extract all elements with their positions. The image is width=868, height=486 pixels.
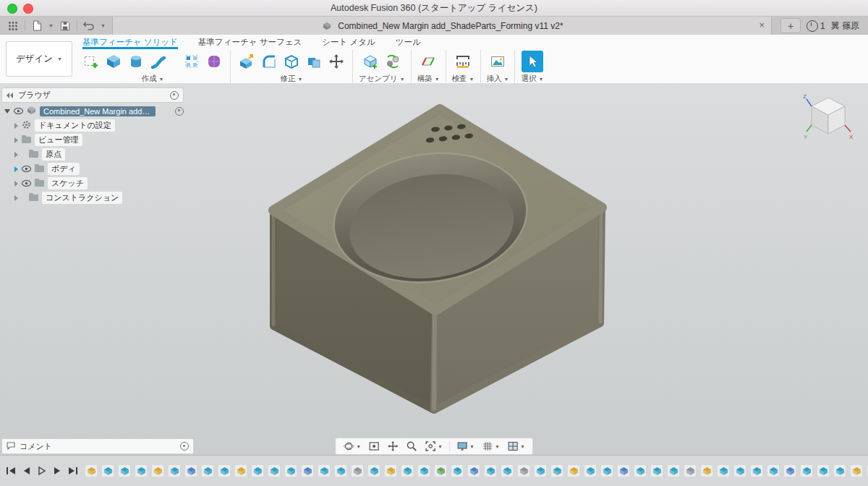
measure-tool[interactable] [453,51,473,72]
tab-close-icon[interactable]: × [759,20,765,31]
tree-item-label[interactable]: スケッチ [48,177,88,189]
timeline-feature-icon[interactable] [352,465,363,477]
timeline-feature-icon[interactable] [119,465,130,477]
comments-options-icon[interactable] [180,442,189,451]
redo-menu-caret-icon[interactable]: ▼ [101,23,106,28]
group-inspect-label[interactable]: 検査▼ [452,74,475,84]
combine-tool[interactable] [304,51,324,72]
tab-sheetmetal[interactable]: シート メタル [322,37,375,49]
insert-canvas-tool[interactable] [488,51,508,72]
timeline-feature-icon[interactable] [701,465,712,477]
step-forward-button[interactable] [53,466,61,475]
timeline-feature-icon[interactable] [169,465,180,477]
timeline-feature-icon[interactable] [568,465,579,477]
timeline-feature-icon[interactable] [718,465,729,477]
tree-item-root[interactable]: Combined_New Margin add_... [1,105,184,117]
activate-component-radio[interactable] [175,107,184,116]
expand-icon[interactable] [14,195,18,201]
group-insert-label[interactable]: 挿入▼ [487,74,509,84]
expand-icon[interactable] [14,137,18,143]
timeline-feature-icon[interactable] [252,465,263,477]
timeline-feature-icon[interactable] [152,465,163,477]
play-button[interactable] [38,466,46,475]
timeline-feature-icon[interactable] [268,465,280,477]
timeline-feature-icon[interactable] [202,465,213,477]
expand-icon[interactable] [14,123,18,129]
tab-solid[interactable]: 基準フィーチャ ソリッド [82,37,178,49]
user-account-button[interactable]: 翼 篠原 [831,20,859,32]
timeline-feature-icon[interactable] [401,465,413,477]
timeline-feature-icon[interactable] [302,465,313,477]
timeline-feature-icon[interactable] [285,465,297,477]
timeline-feature-icon[interactable] [801,465,812,477]
timeline-feature-icon[interactable] [518,465,529,477]
group-select-label[interactable]: 選択▼ [521,74,543,84]
tree-item-origin[interactable]: 原点 [1,148,184,161]
new-component-tool[interactable] [360,51,380,72]
browser-header[interactable]: ブラウザ [1,88,184,103]
app-grid-icon[interactable] [7,20,20,33]
zoom-icon[interactable] [404,438,420,454]
pan-icon[interactable] [385,438,401,454]
sweep-tool[interactable] [148,51,169,72]
timeline-feature-icon[interactable] [834,465,846,477]
step-back-button[interactable] [22,466,31,475]
timeline-feature-icon[interactable] [85,465,97,477]
timeline-feature-icon[interactable] [185,465,197,477]
timeline-feature-icon[interactable] [418,465,430,477]
expand-icon[interactable] [14,152,18,158]
file-menu-icon[interactable] [30,20,43,33]
shell-tool[interactable] [281,51,302,72]
go-to-start-button[interactable] [6,466,16,475]
select-tool[interactable] [522,51,543,72]
timeline-feature-icon[interactable] [668,465,679,477]
document-tab[interactable]: Combined_New Margin add_ShadeParts_Formi… [112,17,772,35]
workspace-switcher-button[interactable]: デザイン ▼ [6,41,72,77]
tree-item-label[interactable]: ボディ [48,163,80,175]
group-assemble-label[interactable]: アセンブリ▼ [359,74,405,84]
new-tab-button[interactable]: + [780,18,801,33]
timeline-feature-icon[interactable] [734,465,746,477]
tab-surface[interactable]: 基準フィーチャ サーフェス [198,37,302,49]
timeline-feature-icon[interactable] [784,465,796,477]
undo-icon[interactable] [82,20,95,33]
timeline-feature-icon[interactable] [368,465,380,477]
tree-item-label[interactable]: コンストラクション [42,192,122,204]
timeline-feature-icon[interactable] [551,465,563,477]
press-pull-tool[interactable] [237,51,257,72]
timeline-feature-icon[interactable] [468,465,480,477]
panel-options-icon[interactable] [170,91,179,100]
group-construct-label[interactable]: 構築▼ [417,74,440,84]
timeline-feature-icon[interactable] [817,465,829,477]
tree-item-label[interactable]: ドキュメントの設定 [35,119,115,132]
file-menu-caret-icon[interactable]: ▼ [48,23,54,28]
timeline-feature-icon[interactable] [218,465,230,477]
tree-item-bodies[interactable]: ボディ [1,163,184,175]
visibility-eye-icon[interactable] [22,179,31,188]
tab-tools[interactable]: ツール [396,37,421,49]
timeline-feature-icon[interactable] [767,465,779,477]
expand-icon[interactable] [14,181,18,187]
timeline-feature-icon[interactable] [501,465,513,477]
create-sketch-tool[interactable] [81,51,101,72]
timeline-feature-icon[interactable] [385,465,396,477]
timeline-feature-icon[interactable] [102,465,114,477]
visibility-eye-icon[interactable] [22,165,31,174]
grid-settings-icon[interactable]: ▼ [480,438,502,454]
window-close-button[interactable] [23,4,33,14]
tree-item-sketches[interactable]: スケッチ [1,177,184,189]
timeline-feature-icon[interactable] [634,465,646,477]
revolve-tool[interactable] [126,51,146,72]
timeline-feature-icon[interactable] [235,465,247,477]
go-to-end-button[interactable] [68,466,78,475]
timeline-feature-icon[interactable] [435,465,446,477]
group-modify-label[interactable]: 修正▼ [281,74,303,84]
timeline-feature-icon[interactable] [485,465,496,477]
construct-plane-tool[interactable] [418,51,438,72]
comments-bar[interactable]: コメント [1,438,194,454]
expand-icon[interactable] [14,166,18,172]
model-3d[interactable] [213,93,618,419]
timeline-feature-icon[interactable] [651,465,663,477]
timeline-feature-icon[interactable] [535,465,546,477]
timeline-feature-icon[interactable] [335,465,346,477]
